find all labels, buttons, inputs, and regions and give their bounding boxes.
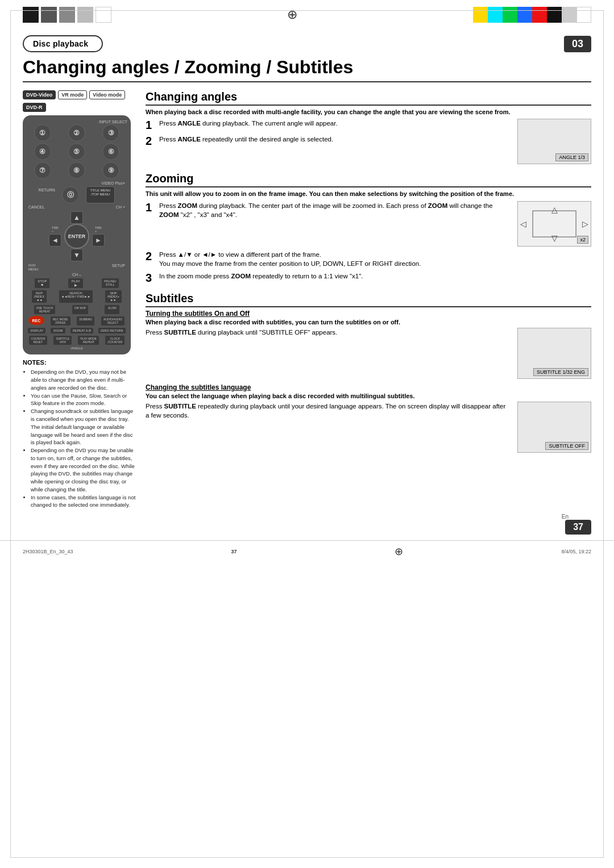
zoom-diagram: △ ▽ ◁ ▷ x2 xyxy=(517,201,591,247)
swatch-red xyxy=(532,7,547,23)
zoom-arrow-up: △ xyxy=(551,205,558,214)
subtitle-screen-2-label: SUBTITLE OFF xyxy=(545,442,588,450)
footer-compass-icon: ⊕ xyxy=(395,545,403,558)
second-skip-row: ONE TOUCHREPEAT CM SKIP SLOW xyxy=(26,304,127,315)
btn-7[interactable]: ⑦ xyxy=(34,162,51,179)
btn-play[interactable]: PLAY▶ xyxy=(68,278,84,289)
step-num-2: 2 xyxy=(146,135,155,147)
btn-rec-mode[interactable]: REC MODE/SPEED xyxy=(50,316,71,326)
page-number-badge: 37 xyxy=(565,520,591,535)
angle-screen-label: ANGLE 1/3 xyxy=(555,153,588,161)
videoplus-label: VIDEO Plus+ xyxy=(26,181,125,185)
notes-section: NOTES: Depending on the DVD, you may not… xyxy=(23,359,136,509)
zoom-step-num-2: 2 xyxy=(146,250,155,262)
btn-cmskip[interactable]: CM SKIP xyxy=(72,304,89,315)
swatch-white-end xyxy=(576,7,591,23)
page-footer: 2H30301B_En_30_43 37 ⊕ 8/4/05, 19:22 xyxy=(0,540,614,562)
btn-enter[interactable]: ENTER xyxy=(64,224,89,249)
angles-steps: 1 Press ANGLE during playback. The curre… xyxy=(146,119,591,164)
dpad-down[interactable]: ▼ xyxy=(70,249,83,261)
btn-zoom[interactable]: ZOOM xyxy=(50,327,66,334)
swatch-black xyxy=(547,7,562,23)
setup-label: SETUP xyxy=(112,264,125,272)
note-item-3: Changing soundtrack or subtitles languag… xyxy=(31,407,136,446)
btn-audio[interactable]: AUDIO/AUDIOSELECT xyxy=(101,316,125,326)
btn-play-mode[interactable]: PLAY MODE/REPEAT xyxy=(77,335,99,345)
notes-list: Depending on the DVD, you may not be abl… xyxy=(23,368,136,509)
swatch-yellow xyxy=(473,7,488,23)
swatch-blue xyxy=(517,7,532,23)
zooming-title: Zooming xyxy=(146,172,591,187)
color-block-black xyxy=(23,7,39,23)
zoom-step-1: 1 Press ZOOM during playback. The center… xyxy=(146,201,508,219)
btn-title-menu[interactable]: TITLE MENU/TOP MENU xyxy=(86,186,115,203)
changing-subtitle-title: Changing the subtitles language xyxy=(146,383,591,391)
page-title: Changing angles / Zooming / Subtitles xyxy=(23,57,591,82)
angles-step-1-text: Press ANGLE during playback. The current… xyxy=(159,119,508,128)
btn-9[interactable]: ⑨ xyxy=(102,162,119,179)
btn-6[interactable]: ⑥ xyxy=(102,143,119,160)
btn-display[interactable]: DISPLAY xyxy=(27,327,46,334)
subtitle-screen-1-label: SUBTITLE 1/32 ENG xyxy=(533,368,588,376)
angles-steps-col: 1 Press ANGLE during playback. The curre… xyxy=(146,119,508,164)
angle-screen: ANGLE 1/3 xyxy=(517,119,591,164)
zoom-arrow-left: ◁ xyxy=(520,219,526,228)
input-select-label: INPUT SELECT xyxy=(26,120,127,124)
changing-angles-section: Changing angles When playing back a disc… xyxy=(146,90,591,164)
btn-4[interactable]: ④ xyxy=(34,143,51,160)
rec-row: REC REC MODE/SPEED DUBBING AUDIO/AUDIOSE… xyxy=(26,316,127,326)
angle-label-bottom: /ANGLE xyxy=(26,347,127,350)
btn-search[interactable]: SEARCH◄◄REW / FWD►► xyxy=(59,290,94,303)
bottom-btn-row: COUNTERRESET SUBTITLE/ATR PLAY MODE/REPE… xyxy=(26,335,127,345)
subtitles-changing-block: Changing the subtitles language You can … xyxy=(146,383,591,453)
btn-pause[interactable]: PAUSE/STILL xyxy=(101,278,119,289)
badge-dvd-r: DVD-R xyxy=(23,103,46,112)
subtitles-title: Subtitles xyxy=(146,292,591,307)
zoom-arrow-down: ▽ xyxy=(551,233,558,243)
badge-video-mode: Video mode xyxy=(89,90,125,99)
btn-2[interactable]: ② xyxy=(68,124,85,141)
swatch-lgray xyxy=(562,7,576,23)
menu-setup-row: DVDMENU SETUP xyxy=(28,264,125,272)
btn-subtitle[interactable]: SUBTITLE/ATR xyxy=(53,335,72,345)
footer-center: 37 xyxy=(231,549,237,554)
btn-stop[interactable]: STOP■ xyxy=(34,278,50,289)
footer-left: 2H30301B_En_30_43 xyxy=(23,549,73,554)
btn-clock[interactable]: CLOCK/COUNTER xyxy=(105,335,125,345)
cancel-label: CANCEL xyxy=(28,205,44,209)
btn-repeat-ab[interactable]: REPEAT A-B xyxy=(70,327,94,334)
dpad-up[interactable]: ▲ xyxy=(70,211,83,224)
btn-zero-return[interactable]: ZERO RETURN xyxy=(98,327,126,334)
remote-control: INPUT SELECT ① ② ③ ④ ⑤ ⑥ ⑦ ⑧ ⑨ VIDEO Plu… xyxy=(23,115,131,354)
color-block-dgray xyxy=(41,7,57,23)
badge-row-2: DVD-R xyxy=(23,103,136,112)
zoom-step-3-text: In the zoom mode press ZOOM repeatedly t… xyxy=(159,272,591,281)
btn-dubbing[interactable]: DUBBING xyxy=(76,316,95,326)
btn-slow[interactable]: SLOW xyxy=(104,304,120,315)
btn-1[interactable]: ① xyxy=(34,124,51,141)
dpad-left[interactable]: ◄ xyxy=(49,234,61,247)
btn-0[interactable]: ⓪ xyxy=(62,186,79,203)
left-column: DVD-Video VR mode Video mode DVD-R INPUT… xyxy=(23,90,136,509)
btn-8[interactable]: ⑧ xyxy=(68,162,85,179)
zoom-step-2: 2 Press ▲/▼ or ◄/► to view a different p… xyxy=(146,250,591,268)
display-zoom-row: DISPLAY ZOOM REPEAT A-B ZERO RETURN xyxy=(26,327,127,334)
btn-3[interactable]: ③ xyxy=(102,124,119,141)
btn-skip-back[interactable]: SKIP/INDEX◄◄ xyxy=(31,290,47,303)
dpad-right[interactable]: ► xyxy=(92,234,105,247)
changing-angles-title: Changing angles xyxy=(146,90,591,106)
btn-counter[interactable]: COUNTERRESET xyxy=(28,335,48,345)
color-block-lgray xyxy=(77,7,93,23)
zoom-step-1-row: 1 Press ZOOM during playback. The center… xyxy=(146,201,591,247)
section-number: 03 xyxy=(564,36,591,52)
compass-icon: ⊕ xyxy=(287,7,297,22)
btn-onetouch[interactable]: ONE TOUCHREPEAT xyxy=(34,304,56,315)
badge-dvd-video: DVD-Video xyxy=(23,90,56,99)
trk-plus-label: TRK+ xyxy=(95,226,102,233)
btn-5[interactable]: ⑤ xyxy=(68,143,85,160)
btn-rec[interactable]: REC xyxy=(28,316,44,325)
zoom-step-1-text: Press ZOOM during playback. The center p… xyxy=(159,201,508,219)
turning-intro: When playing back a disc recorded with s… xyxy=(146,319,591,326)
cancel-ch-row: CANCEL CH + xyxy=(28,205,125,209)
btn-skip-fwd[interactable]: SKIP/INDEX+►► xyxy=(105,290,123,303)
